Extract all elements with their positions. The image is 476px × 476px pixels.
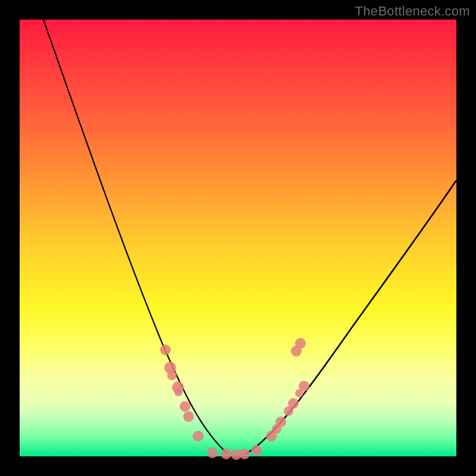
scatter-bottom-cluster [221, 449, 242, 460]
dot [167, 371, 177, 380]
dot [299, 381, 309, 392]
dot [207, 447, 218, 458]
dot [221, 449, 231, 459]
watermark-text: TheBottleneck.com [355, 4, 470, 19]
dot [295, 338, 306, 349]
curve-left [43, 20, 228, 454]
chart-overlay [20, 20, 456, 456]
dot [174, 388, 183, 396]
dot [275, 416, 286, 427]
dot [160, 345, 171, 355]
dot [193, 431, 203, 441]
dot [251, 445, 262, 456]
dot [288, 398, 299, 409]
curve-right [246, 180, 456, 454]
dot [183, 411, 194, 422]
outer-frame: TheBottleneck.com [0, 0, 476, 476]
dot [180, 401, 190, 412]
dot [239, 449, 250, 459]
scatter-right-cluster [239, 338, 309, 459]
